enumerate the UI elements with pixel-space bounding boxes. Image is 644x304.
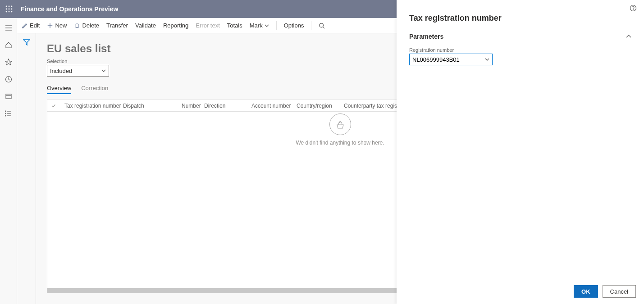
- svg-point-3: [6, 9, 7, 10]
- registration-number-field[interactable]: [409, 54, 493, 65]
- svg-point-1: [9, 6, 10, 7]
- plant-icon: [334, 118, 346, 130]
- app-title: Finance and Operations Preview: [18, 5, 118, 13]
- chevron-down-icon: [101, 68, 106, 73]
- clock-icon: [5, 76, 12, 83]
- delete-button[interactable]: Delete: [74, 22, 99, 29]
- svg-point-2: [11, 6, 13, 7]
- svg-point-6: [6, 11, 7, 13]
- totals-label: Totals: [227, 22, 242, 29]
- plus-icon: [47, 23, 53, 29]
- empty-illustration: [329, 113, 351, 135]
- mark-menu[interactable]: Mark: [250, 22, 269, 29]
- svg-line-26: [323, 27, 325, 28]
- cancel-button[interactable]: Cancel: [603, 285, 636, 298]
- new-button[interactable]: New: [47, 22, 67, 29]
- validate-label: Validate: [135, 22, 156, 29]
- search-icon: [319, 23, 325, 29]
- registration-number-input[interactable]: [410, 56, 483, 63]
- svg-point-8: [11, 11, 13, 13]
- col-tax-reg[interactable]: Tax registration number: [60, 103, 119, 109]
- list-icon: [5, 110, 12, 117]
- svg-point-7: [9, 11, 10, 13]
- totals-button[interactable]: Totals: [227, 22, 242, 29]
- new-label: New: [55, 22, 67, 29]
- command-divider: [276, 21, 277, 30]
- workspace-icon: [5, 93, 12, 100]
- help-icon[interactable]: [630, 5, 637, 12]
- chevron-up-icon: [626, 34, 631, 39]
- panel-header-actions: [397, 0, 644, 12]
- delete-label: Delete: [82, 22, 99, 29]
- favorites-button[interactable]: [4, 58, 13, 67]
- svg-point-28: [633, 9, 633, 10]
- registration-number-dropdown[interactable]: [483, 57, 492, 62]
- panel-footer: OK Cancel: [397, 279, 644, 304]
- filter-button[interactable]: [23, 39, 30, 304]
- hamburger-icon: [5, 24, 12, 32]
- hamburger-button[interactable]: [4, 23, 13, 32]
- recent-button[interactable]: [4, 75, 13, 84]
- ok-button[interactable]: OK: [574, 285, 598, 298]
- svg-point-21: [5, 113, 6, 114]
- modules-button[interactable]: [4, 109, 13, 118]
- error-text-label: Error text: [196, 22, 219, 29]
- filter-rail: [17, 33, 36, 304]
- svg-point-22: [5, 115, 6, 116]
- svg-point-5: [11, 9, 13, 10]
- app-launcher-button[interactable]: [0, 0, 18, 18]
- parameters-section-toggle[interactable]: Parameters: [397, 30, 644, 43]
- command-divider-2: [311, 21, 311, 30]
- selection-value: Included: [50, 68, 72, 74]
- tab-correction[interactable]: Correction: [81, 85, 108, 94]
- check-icon: [52, 103, 55, 109]
- left-nav-rail: [0, 18, 17, 304]
- svg-point-0: [6, 6, 7, 7]
- chevron-down-icon: [485, 57, 489, 62]
- options-label: Options: [284, 22, 304, 29]
- command-search-button[interactable]: [319, 23, 325, 29]
- mark-label: Mark: [250, 22, 263, 29]
- side-panel: Tax registration number Parameters Regis…: [397, 0, 644, 304]
- waffle-icon: [5, 5, 13, 13]
- options-button[interactable]: Options: [284, 22, 304, 29]
- tab-overview[interactable]: Overview: [47, 85, 71, 94]
- svg-point-25: [320, 23, 324, 27]
- registration-number-label: Registration number: [397, 43, 644, 54]
- empty-text: We didn't find anything to show here.: [296, 140, 384, 146]
- svg-point-4: [9, 9, 10, 10]
- col-account[interactable]: Account number: [247, 103, 292, 109]
- col-dispatch[interactable]: Dispatch: [119, 103, 177, 109]
- home-button[interactable]: [4, 41, 13, 50]
- edit-label: Edit: [30, 22, 40, 29]
- panel-title: Tax registration number: [397, 12, 644, 30]
- edit-button[interactable]: Edit: [22, 22, 40, 29]
- star-icon: [5, 59, 12, 66]
- transfer-label: Transfer: [106, 22, 128, 29]
- col-direction[interactable]: Direction: [200, 103, 247, 109]
- validate-button[interactable]: Validate: [135, 22, 156, 29]
- filter-icon: [23, 39, 30, 46]
- svg-rect-15: [6, 94, 11, 99]
- error-text-button[interactable]: Error text: [196, 22, 219, 29]
- pencil-icon: [22, 23, 28, 29]
- reporting-label: Reporting: [163, 22, 188, 29]
- svg-point-20: [5, 111, 6, 112]
- registration-number-wrap: [397, 54, 644, 65]
- selection-dropdown[interactable]: Included: [47, 65, 109, 77]
- workspaces-button[interactable]: [4, 92, 13, 101]
- select-all-checkbox[interactable]: [47, 103, 60, 109]
- transfer-button[interactable]: Transfer: [106, 22, 128, 29]
- reporting-button[interactable]: Reporting: [163, 22, 188, 29]
- chevron-down-icon: [265, 23, 269, 28]
- home-icon: [5, 41, 12, 49]
- col-country[interactable]: Country/region: [292, 103, 339, 109]
- col-number[interactable]: Number: [177, 103, 200, 109]
- parameters-label: Parameters: [409, 33, 443, 40]
- trash-icon: [74, 23, 80, 29]
